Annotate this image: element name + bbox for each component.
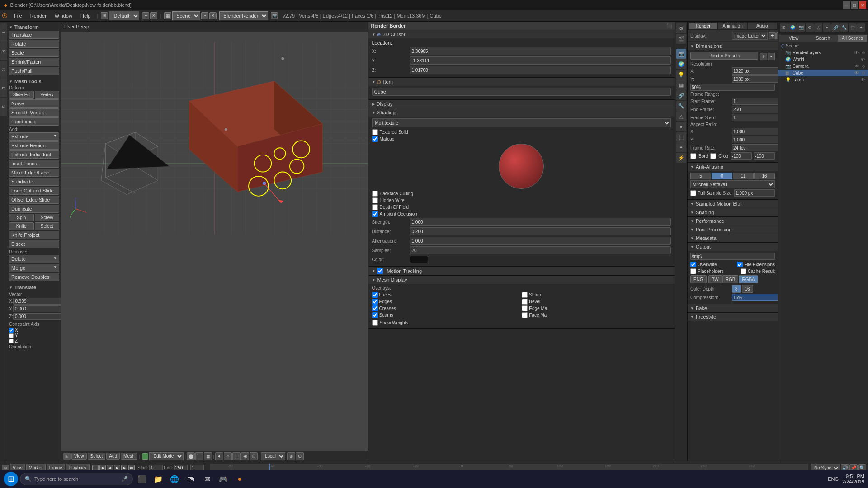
start-frame-input[interactable] bbox=[732, 98, 778, 105]
material-props-icon[interactable]: ● bbox=[676, 122, 686, 131]
depth-16-btn[interactable]: 16 bbox=[742, 285, 753, 293]
extrude-dropdown[interactable]: Extrude bbox=[9, 132, 59, 141]
loop-cut-btn[interactable]: Loop Cut and Slide bbox=[9, 187, 59, 195]
shading-mode-select[interactable]: Multitexture bbox=[372, 118, 671, 127]
properties-icon[interactable]: ⚙ bbox=[676, 23, 686, 33]
proportional-icon[interactable]: ⊙ bbox=[296, 452, 304, 460]
textured-solid-cb[interactable] bbox=[372, 129, 378, 135]
face-select-icon[interactable]: ▦ bbox=[204, 452, 212, 460]
scene-view2[interactable]: 🌍 bbox=[788, 23, 797, 32]
bord-cb[interactable] bbox=[690, 153, 696, 159]
render-tab[interactable]: Render bbox=[689, 23, 717, 29]
performance-header[interactable]: Performance bbox=[688, 217, 778, 225]
wire-icon[interactable]: ○ bbox=[224, 452, 232, 460]
constraint-props-icon[interactable]: 🔗 bbox=[676, 90, 686, 100]
res-pct-input[interactable] bbox=[690, 84, 775, 91]
cube-settings[interactable]: ⚙ bbox=[862, 71, 865, 75]
overwrite-cb[interactable] bbox=[690, 262, 696, 267]
render-icon-vp[interactable]: ⬡ bbox=[250, 452, 258, 460]
z-axis-input[interactable]: 0.000 bbox=[13, 313, 61, 320]
face-ma-cb[interactable] bbox=[522, 312, 528, 318]
scene-item-cube[interactable]: ▦ Cube 👁 ⚙ bbox=[778, 70, 868, 76]
texture-icon[interactable]: ⬚ bbox=[232, 452, 241, 460]
y-axis-input[interactable]: 0.000 bbox=[13, 305, 61, 312]
faces-cb[interactable] bbox=[372, 292, 378, 298]
select-btn[interactable]: Select bbox=[35, 222, 60, 230]
strip-create[interactable]: N bbox=[0, 42, 7, 60]
motion-blur-header[interactable]: Sampled Motion Blur bbox=[688, 200, 778, 208]
aa-16-btn[interactable]: 16 bbox=[754, 173, 775, 179]
output-header[interactable]: Output bbox=[688, 243, 778, 251]
noise-btn[interactable]: Noise bbox=[9, 99, 59, 108]
mesh-tools-header[interactable]: Mesh Tools bbox=[9, 78, 59, 85]
cursor-header[interactable]: ⊕ 3D Cursor bbox=[368, 30, 675, 38]
distance-input[interactable] bbox=[410, 227, 671, 235]
scene-item-world[interactable]: 🌍 World 👁 bbox=[778, 56, 868, 63]
push-pull-btn[interactable]: Push/Pull bbox=[9, 67, 59, 75]
display-header[interactable]: Display bbox=[368, 100, 675, 108]
search-bar[interactable]: 🔍 Type here to search 🎤 bbox=[20, 473, 133, 485]
camera-icon[interactable]: 📷 bbox=[271, 12, 278, 19]
mic-icon[interactable]: 🎤 bbox=[121, 476, 128, 482]
aa-filter-select[interactable]: Mitchell-Netravali bbox=[690, 180, 775, 188]
screw-btn[interactable]: Screw bbox=[35, 214, 60, 221]
screen-remove-icon[interactable]: ✕ bbox=[150, 12, 157, 19]
res-y-input[interactable] bbox=[732, 75, 778, 83]
aa-11-btn[interactable]: 11 bbox=[733, 173, 754, 179]
color-swatch[interactable] bbox=[410, 256, 428, 263]
sharp-cb[interactable] bbox=[522, 292, 528, 298]
shading-header[interactable]: Shading bbox=[368, 108, 675, 117]
cursor-z-input[interactable] bbox=[410, 66, 671, 74]
display-select[interactable]: Image Editor bbox=[732, 32, 768, 40]
metadata-header[interactable]: Metadata bbox=[688, 234, 778, 242]
blender-task-btn[interactable]: ● bbox=[232, 472, 247, 486]
aa-header[interactable]: Anti-Aliasing bbox=[688, 163, 778, 171]
scene-view7[interactable]: 🔗 bbox=[831, 23, 840, 32]
viewport-canvas[interactable]: X Y Z (1) Cube bbox=[61, 32, 368, 461]
constraint-z-checkbox[interactable] bbox=[9, 339, 14, 343]
edge-ma-cb[interactable] bbox=[522, 305, 528, 311]
cursor-x-input[interactable] bbox=[410, 47, 671, 55]
scene-view6[interactable]: ● bbox=[823, 23, 831, 32]
end-frame-input[interactable] bbox=[732, 106, 778, 113]
item-header[interactable]: ⬡ Item bbox=[368, 78, 675, 86]
backface-cb[interactable] bbox=[372, 191, 378, 197]
duplicate-btn[interactable]: Duplicate bbox=[9, 205, 59, 213]
mesh-display-header[interactable]: Mesh Display bbox=[368, 276, 675, 284]
all-scenes-tab-btn[interactable]: All Scenes bbox=[838, 35, 867, 42]
view-mode-select[interactable]: Edit Mode bbox=[149, 452, 184, 460]
strip-shading[interactable]: S bbox=[0, 98, 7, 116]
engine-select[interactable]: Scene bbox=[172, 11, 200, 20]
data-props-icon[interactable]: △ bbox=[676, 111, 686, 121]
store-btn[interactable]: 🛍 bbox=[184, 472, 198, 486]
menu-window[interactable]: Window bbox=[51, 12, 76, 19]
modifier-props-icon[interactable]: 🔧 bbox=[676, 101, 686, 111]
viewport-type-icon[interactable]: ⊞ bbox=[63, 453, 71, 460]
translate-section-header[interactable]: Translate bbox=[9, 284, 59, 291]
seams-cb[interactable] bbox=[372, 312, 378, 318]
texture-props-icon[interactable]: ⬚ bbox=[676, 132, 686, 142]
scene-view3[interactable]: 📷 bbox=[797, 23, 805, 32]
make-edge-face-btn[interactable]: Make Edge/Face bbox=[9, 169, 59, 177]
scene-item-camera[interactable]: 📷 Camera 👁 ⚙ bbox=[778, 63, 868, 70]
mail-btn[interactable]: ✉ bbox=[200, 472, 214, 486]
asp-y-input[interactable] bbox=[732, 136, 778, 143]
close-button[interactable]: ✕ bbox=[859, 1, 866, 9]
preset-add-btn[interactable]: + bbox=[760, 53, 767, 60]
scene-icon[interactable]: 🎬 bbox=[676, 34, 686, 44]
freestyle-header[interactable]: Freestyle bbox=[688, 313, 778, 321]
start-button[interactable]: ⊞ bbox=[4, 472, 18, 486]
pivot-select[interactable]: Local bbox=[261, 452, 285, 460]
menu-render[interactable]: Render bbox=[27, 12, 50, 19]
renderlayers-settings[interactable]: ⚙ bbox=[862, 51, 865, 55]
merge-dropdown[interactable]: Merge bbox=[9, 264, 59, 272]
offset-edge-btn[interactable]: Offset Edge Slide bbox=[9, 196, 59, 204]
matcap-preview-container[interactable] bbox=[372, 144, 671, 189]
render-props-icon[interactable]: 📷 bbox=[676, 49, 686, 59]
shrink-fatten-btn[interactable]: Shrink/Fatten bbox=[9, 58, 59, 66]
placeholders-cb[interactable] bbox=[690, 268, 696, 274]
rgb-btn[interactable]: RGB bbox=[722, 275, 739, 283]
scene-item-renderlayers[interactable]: 📷 RenderLayers 👁 ⚙ bbox=[778, 49, 868, 56]
post-processing-header[interactable]: Post Processing bbox=[688, 225, 778, 234]
strip-relations[interactable]: R bbox=[0, 61, 7, 79]
